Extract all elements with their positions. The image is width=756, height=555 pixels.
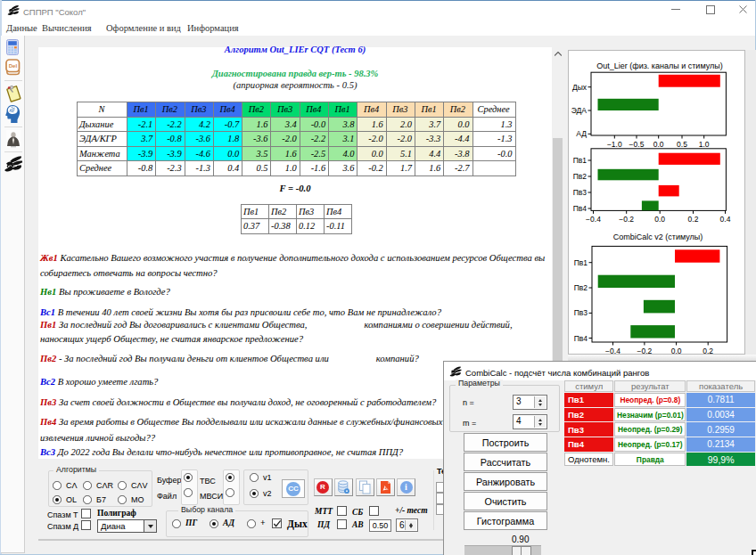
svg-text:0.2: 0.2	[703, 347, 713, 355]
svg-text:ЭДА: ЭДА	[571, 106, 588, 115]
svg-text:0.4: 0.4	[720, 215, 731, 224]
svg-text:CombiCalc v2 (стимулы): CombiCalc v2 (стимулы)	[613, 233, 703, 241]
svg-text:Del: Del	[9, 63, 18, 69]
svg-text:0.0: 0.0	[654, 215, 665, 224]
svg-text:−0.2: −0.2	[619, 215, 634, 224]
svg-text:−0.4: −0.4	[586, 215, 601, 224]
svg-text:Пв1: Пв1	[574, 258, 588, 267]
svg-text:−0.4: −0.4	[605, 347, 620, 355]
svg-text:Пв2: Пв2	[573, 172, 588, 181]
svg-text:−1.0: −1.0	[607, 140, 622, 149]
svg-text:−0.5: −0.5	[629, 140, 645, 149]
svg-text:Дых: Дых	[572, 83, 588, 92]
svg-text:Пв4: Пв4	[573, 204, 588, 213]
svg-text:0.5: 0.5	[677, 140, 687, 149]
svg-text:Out_Lier (физ. каналы и стимул: Out_Lier (физ. каналы и стимулы)	[596, 61, 722, 70]
svg-text:−0.2: −0.2	[637, 347, 653, 355]
svg-text:Пв4: Пв4	[574, 334, 588, 343]
svg-text:1.0: 1.0	[699, 140, 710, 149]
svg-text:АД: АД	[576, 129, 587, 138]
svg-text:Пв1: Пв1	[573, 156, 588, 165]
svg-text:Пв3: Пв3	[573, 188, 588, 197]
svg-text:Пв2: Пв2	[574, 283, 588, 292]
svg-text:0.0: 0.0	[653, 140, 664, 149]
svg-text:0.0: 0.0	[671, 347, 682, 355]
svg-text:Пв3: Пв3	[574, 308, 588, 317]
svg-text:0.2: 0.2	[688, 215, 699, 224]
